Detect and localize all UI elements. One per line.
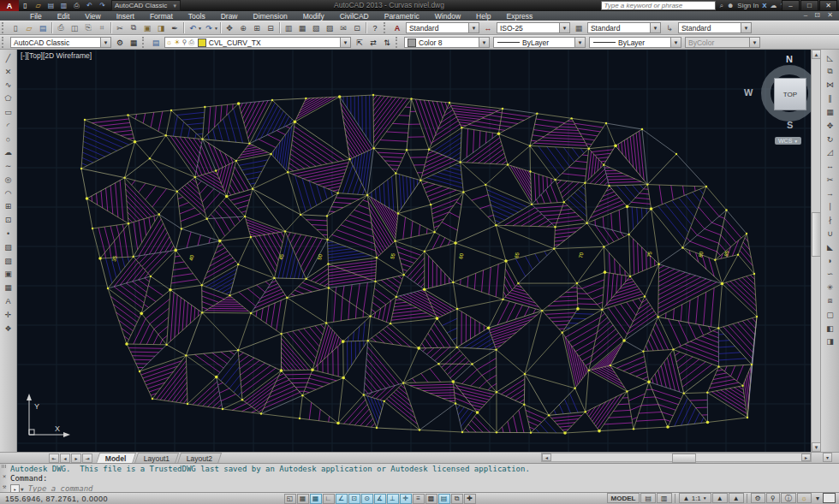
viewcube-top-face[interactable]: TOP: [774, 78, 806, 110]
dim-style-combo[interactable]: ISO-25▼: [497, 22, 570, 33]
paste-special-button[interactable]: ◨: [155, 21, 168, 34]
viewcube[interactable]: N S W E TOP WCS ▼: [741, 58, 811, 148]
viewcube-west[interactable]: W: [744, 87, 753, 98]
save-file-button[interactable]: ▤: [37, 21, 50, 34]
qat-open-button[interactable]: ▱: [33, 1, 44, 10]
open-file-button[interactable]: ▱: [23, 21, 36, 34]
cut-clip-button[interactable]: ✂: [114, 21, 127, 34]
make-object-layer-current-button[interactable]: ⇱: [354, 36, 366, 49]
annotation-monitor-tray-button[interactable]: ▾: [823, 453, 832, 462]
snap-mode-toggle[interactable]: ▦: [297, 494, 309, 504]
horizontal-scroll-thumb[interactable]: [672, 454, 696, 463]
tab-layout2[interactable]: Layout2: [177, 453, 222, 464]
signin-label[interactable]: Sign In: [737, 2, 759, 9]
menu-help[interactable]: Help: [468, 12, 498, 21]
table-style-combo[interactable]: Standard▼: [587, 22, 661, 33]
transparency-toggle[interactable]: ▩: [425, 494, 437, 504]
menu-view[interactable]: View: [77, 12, 108, 21]
copy-button[interactable]: ⧉: [824, 65, 836, 78]
layer-freeze-icon[interactable]: ☀: [174, 39, 180, 46]
menu-edit[interactable]: Edit: [50, 12, 78, 21]
document-window-controls[interactable]: – ⊡ ✕: [804, 11, 836, 19]
tab-first-button[interactable]: ⇤: [49, 454, 59, 463]
new-file-button[interactable]: ▯: [9, 21, 22, 34]
sheet-set-manager-button[interactable]: ▨: [323, 21, 336, 34]
spline-button[interactable]: ∼: [2, 160, 15, 173]
layer-plot-icon[interactable]: ⎙: [188, 39, 193, 47]
break-button[interactable]: ∤: [824, 214, 836, 227]
qat-save-button[interactable]: ▤: [45, 1, 57, 10]
menu-insert[interactable]: Insert: [109, 12, 142, 21]
layer-combo[interactable]: ☼☀⚲⎙ CVL_CURV_TX▼: [164, 37, 351, 48]
ellipse-arc-button[interactable]: ◠: [2, 187, 15, 199]
close-button[interactable]: ✕: [819, 0, 837, 11]
polygon-button[interactable]: ⬠: [2, 92, 15, 105]
qat-saveas-button[interactable]: ▥: [58, 1, 69, 10]
workspace-switching-button[interactable]: ⚙: [751, 493, 765, 503]
command-close-icon[interactable]: ✕: [0, 472, 9, 481]
application-menu-button[interactable]: A: [0, 0, 19, 11]
insert-block-button[interactable]: ⊞: [2, 200, 15, 213]
properties-palette-button[interactable]: ▥: [282, 21, 295, 34]
send-under-button[interactable]: ◨: [824, 335, 836, 348]
quickview-layouts-button[interactable]: ▤: [640, 493, 656, 503]
toolbar-grip[interactable]: [396, 37, 401, 48]
fillet-button[interactable]: ◗: [824, 254, 836, 267]
scroll-right-button[interactable]: ▸: [801, 454, 811, 461]
dropdown-arrow-icon[interactable]: ▼: [214, 26, 218, 31]
send-to-back-button[interactable]: ▢: [824, 308, 836, 321]
stretch-button[interactable]: ↔: [824, 160, 836, 173]
qat-plot-button[interactable]: ⎙: [71, 1, 82, 10]
viewcube-south[interactable]: S: [787, 120, 793, 130]
point-button[interactable]: •: [2, 228, 15, 240]
search-icon[interactable]: ⌕: [719, 2, 723, 10]
text-style-combo[interactable]: Standard▼: [406, 22, 479, 33]
break-at-point-button[interactable]: ∣: [824, 200, 836, 213]
scroll-down-button[interactable]: ▼: [812, 442, 821, 452]
add-selected-button[interactable]: ✛: [2, 308, 15, 321]
scroll-left-button[interactable]: ◂: [542, 454, 551, 461]
quickcalc-button[interactable]: ⊡: [350, 21, 363, 34]
ellipse-button[interactable]: ◎: [2, 173, 15, 186]
erase-button[interactable]: ◺: [824, 51, 836, 64]
offset-button[interactable]: ∥: [824, 92, 836, 105]
qat-undo-button[interactable]: ↶: [84, 1, 95, 10]
maximize-button[interactable]: □: [800, 0, 818, 11]
lineweight-toggle[interactable]: ≡: [413, 494, 425, 504]
polar-tracking-toggle[interactable]: ∠: [336, 494, 348, 504]
tab-layout1[interactable]: Layout1: [134, 453, 178, 464]
toolbar-grip[interactable]: [2, 22, 7, 33]
menu-tools[interactable]: Tools: [181, 12, 213, 21]
construction-line-button[interactable]: ✕: [2, 65, 15, 78]
pan-realtime-button[interactable]: ✥: [223, 21, 235, 34]
bring-to-front-button[interactable]: ⧈: [824, 294, 836, 307]
zoom-previous-button[interactable]: ⊟: [264, 21, 277, 34]
menu-file[interactable]: File: [22, 12, 50, 21]
menu-draw[interactable]: Draw: [213, 12, 246, 21]
object-snap-toggle[interactable]: ⊡: [348, 494, 360, 504]
make-block-button[interactable]: ⊡: [2, 214, 15, 227]
command-window[interactable]: ✕ ⚒ Autodesk DWG. This file is a Trusted…: [0, 463, 839, 493]
trim-button[interactable]: ✂: [824, 173, 836, 186]
quickview-drawings-button[interactable]: ▥: [657, 493, 672, 503]
plot-button[interactable]: ⎙: [55, 21, 68, 34]
zoom-realtime-button[interactable]: ⊕: [236, 21, 249, 34]
layer-properties-manager-icon[interactable]: ▤: [150, 36, 163, 49]
drawing-canvas[interactable]: [-][Top][2D Wireframe] 35404550556065707…: [17, 50, 811, 452]
move-button[interactable]: ✥: [824, 119, 836, 132]
lineweight-combo[interactable]: ByLayer▼: [589, 37, 681, 48]
my-workspace-icon[interactable]: ▦: [128, 36, 140, 49]
menu-express[interactable]: Express: [499, 12, 541, 21]
ortho-mode-toggle[interactable]: ∟: [323, 494, 335, 504]
infocenter-search-input[interactable]: [601, 1, 716, 10]
color-combo[interactable]: Color 8▼: [404, 37, 490, 48]
selection-cycling-toggle[interactable]: ⧉: [451, 494, 463, 504]
menu-format[interactable]: Format: [142, 12, 181, 21]
toolbar-grip[interactable]: [2, 37, 7, 48]
3d-object-snap-toggle[interactable]: ⊙: [361, 494, 373, 504]
command-window-grip[interactable]: ✕ ⚒: [0, 464, 9, 493]
qat-workspace-combo[interactable]: AutoCAD Classic ▼: [111, 0, 181, 11]
communication-center-icon[interactable]: ☁: [771, 2, 777, 9]
blend-curves-button[interactable]: ∽: [824, 268, 836, 281]
viewcube-north[interactable]: N: [786, 54, 793, 64]
